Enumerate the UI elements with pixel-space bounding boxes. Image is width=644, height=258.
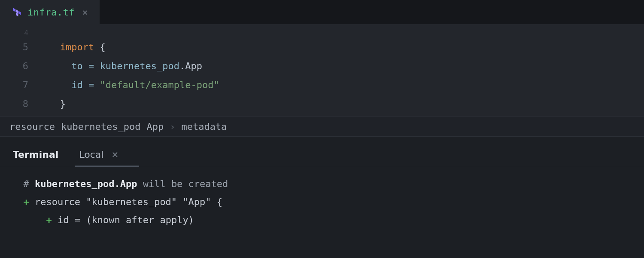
breadcrumb[interactable]: resource kubernetes_pod App › metadata — [0, 116, 644, 137]
terminal-output[interactable]: # kubernetes_pod.App will be created + r… — [0, 167, 644, 237]
ident-part-1: kubernetes_pod — [100, 61, 179, 71]
line-number: 6 — [0, 57, 28, 76]
editor-tabbar: infra.tf ✕ — [0, 0, 644, 24]
line-gutter: 4 5 6 7 8 — [0, 28, 43, 116]
op-eq: = — [88, 61, 94, 71]
keyword-import: import — [60, 42, 94, 52]
term-text — [12, 215, 46, 225]
file-tab-infra[interactable]: infra.tf ✕ — [0, 0, 100, 24]
breadcrumb-part: kubernetes_pod — [61, 121, 140, 132]
line-number: 7 — [0, 76, 28, 95]
panel-tabbar: Terminal Local ✕ — [0, 137, 644, 167]
string-literal: "default/example-pod" — [100, 80, 219, 90]
line-number: 5 — [0, 38, 28, 57]
close-icon[interactable]: ✕ — [111, 150, 118, 160]
term-text: id = (known after apply) — [58, 215, 194, 225]
term-text: # — [12, 178, 35, 189]
panel-tab-terminal[interactable]: Terminal — [11, 149, 60, 167]
breadcrumb-part: resource — [9, 121, 55, 132]
line-number: 4 — [0, 28, 28, 38]
terraform-icon — [12, 7, 21, 17]
ident-part-2: .App — [179, 61, 202, 71]
code-editor[interactable]: 4 5 6 7 8 import { to = kubernetes_pod.A… — [0, 24, 644, 116]
breadcrumb-part: App — [146, 121, 164, 132]
plus-icon: + — [46, 215, 58, 225]
panel-tab-label: Terminal — [13, 149, 58, 160]
panel-tab-label: Local — [79, 149, 103, 160]
term-text: resource "kubernetes_pod" "App" { — [35, 197, 222, 207]
panel-tab-local[interactable]: Local ✕ — [77, 149, 120, 167]
op-eq: = — [88, 80, 94, 90]
code-content[interactable]: import { to = kubernetes_pod.App id = "d… — [43, 28, 644, 116]
brace-close: } — [60, 98, 66, 109]
term-text: kubernetes_pod.App — [35, 178, 137, 189]
breadcrumb-part: metadata — [181, 121, 227, 132]
line-number: 8 — [0, 95, 28, 114]
attr-to: to — [71, 61, 83, 71]
file-tab-label: infra.tf — [27, 7, 75, 18]
close-icon[interactable]: ✕ — [81, 6, 89, 18]
brace-open: { — [100, 42, 105, 52]
chevron-right-icon: › — [170, 121, 175, 132]
plus-icon: + — [12, 197, 35, 207]
attr-id: id — [71, 80, 83, 90]
term-text: will be created — [137, 178, 228, 189]
